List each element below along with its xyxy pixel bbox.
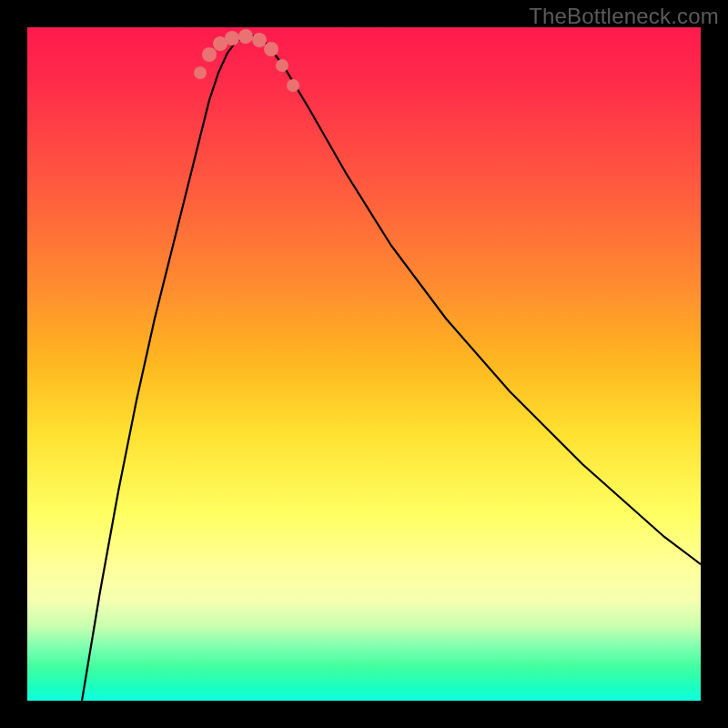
chart-plot-area <box>27 27 701 701</box>
curve-marker <box>225 31 239 46</box>
curve-marker <box>202 47 217 62</box>
curve-marker <box>276 59 288 72</box>
curve-marker <box>252 33 267 47</box>
bottleneck-curve <box>82 35 701 701</box>
curve-marker <box>264 42 278 56</box>
curve-svg <box>27 27 701 701</box>
curve-marker <box>238 29 253 44</box>
curve-markers <box>194 29 299 92</box>
watermark-text: TheBottleneck.com <box>529 4 719 29</box>
curve-marker <box>287 79 299 92</box>
curve-marker <box>194 66 207 79</box>
